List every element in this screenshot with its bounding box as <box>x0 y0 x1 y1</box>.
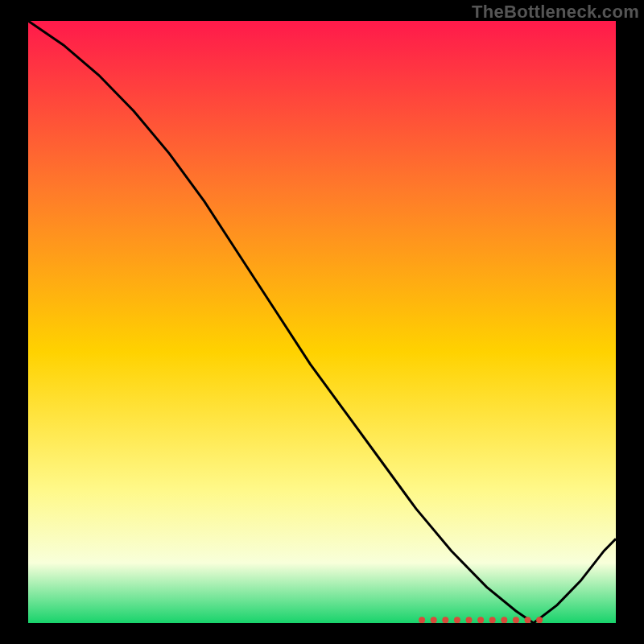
plot-svg <box>28 21 616 623</box>
marker-dot <box>489 617 496 623</box>
marker-dot <box>466 617 473 623</box>
marker-dot <box>513 617 519 623</box>
plot-area <box>28 21 616 623</box>
marker-dot <box>525 617 531 623</box>
marker-dot <box>454 617 460 623</box>
marker-dot <box>536 617 543 623</box>
chart-container: TheBottleneck.com <box>0 0 644 644</box>
marker-dot <box>477 617 484 623</box>
marker-dot <box>501 617 507 623</box>
marker-dot <box>442 617 448 623</box>
marker-dot <box>431 617 437 623</box>
watermark-text: TheBottleneck.com <box>472 2 639 23</box>
marker-dot <box>419 617 425 623</box>
gradient-background <box>28 21 616 623</box>
